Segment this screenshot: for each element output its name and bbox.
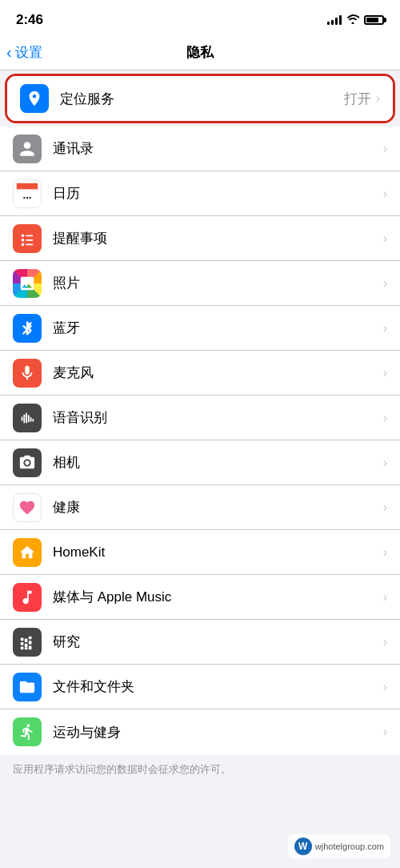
contacts-label: 通讯录 xyxy=(53,139,383,158)
settings-item-reminders[interactable]: 提醒事项 › xyxy=(0,216,400,261)
calendar-label: 日历 xyxy=(53,184,383,203)
photos-chevron-icon: › xyxy=(383,276,387,291)
location-label: 定位服务 xyxy=(60,90,344,108)
reminders-icon xyxy=(13,224,42,253)
svg-text:···: ··· xyxy=(22,191,31,203)
speech-icon xyxy=(13,404,42,432)
settings-item-research[interactable]: 研究 › xyxy=(0,620,400,665)
health-chevron-icon: › xyxy=(383,500,387,515)
bluetooth-label: 蓝牙 xyxy=(53,319,383,337)
svg-rect-1 xyxy=(17,183,38,189)
reminders-label: 提醒事项 xyxy=(53,229,383,247)
reminders-chevron-icon: › xyxy=(383,231,387,246)
svg-rect-15 xyxy=(30,417,32,422)
fitness-label: 运动与健身 xyxy=(53,723,383,741)
bluetooth-icon xyxy=(13,314,42,343)
camera-chevron-icon: › xyxy=(383,456,387,470)
nav-bar: ‹ 设置 隐私 xyxy=(0,35,400,70)
media-chevron-icon: › xyxy=(383,590,387,605)
speech-chevron-icon: › xyxy=(383,411,387,425)
files-icon xyxy=(13,673,42,701)
bluetooth-chevron-icon: › xyxy=(383,321,387,336)
fitness-chevron-icon: › xyxy=(383,725,387,739)
svg-rect-11 xyxy=(22,416,23,421)
wifi-icon xyxy=(346,14,359,26)
location-highlight-wrapper: 定位服务 打开 › xyxy=(5,74,395,123)
settings-item-speech[interactable]: 语音识别 › xyxy=(0,396,400,440)
svg-rect-23 xyxy=(29,645,32,649)
settings-item-files[interactable]: 文件和文件夹 › xyxy=(0,665,400,709)
svg-rect-12 xyxy=(23,414,25,423)
settings-item-calendar[interactable]: ··· 日历 › xyxy=(0,171,400,216)
settings-item-microphone[interactable]: 麦克风 › xyxy=(0,351,400,396)
svg-rect-22 xyxy=(25,638,28,642)
svg-rect-4 xyxy=(26,235,33,236)
back-label: 设置 xyxy=(15,43,42,62)
status-bar: 2:46 xyxy=(0,0,400,35)
svg-rect-21 xyxy=(25,643,28,647)
svg-point-5 xyxy=(22,239,25,242)
homekit-icon xyxy=(13,538,42,567)
svg-rect-6 xyxy=(26,239,33,240)
bottom-description: 应用程序请求访问您的数据时会征求您的许可。 xyxy=(0,754,400,785)
homekit-chevron-icon: › xyxy=(383,545,387,560)
watermark-text: wjhotelgroup.com xyxy=(315,842,384,851)
status-time: 2:46 xyxy=(16,12,43,28)
photos-icon xyxy=(13,269,42,298)
location-icon xyxy=(20,84,49,113)
files-chevron-icon: › xyxy=(383,680,387,694)
health-label: 健康 xyxy=(53,498,383,516)
svg-rect-16 xyxy=(32,418,34,421)
watermark-logo: W xyxy=(294,838,312,855)
status-icons xyxy=(327,14,384,26)
camera-icon xyxy=(13,448,42,477)
speech-label: 语音识别 xyxy=(53,408,383,427)
research-label: 研究 xyxy=(53,633,383,651)
settings-item-health[interactable]: 健康 › xyxy=(0,485,400,530)
files-label: 文件和文件夹 xyxy=(53,677,383,696)
signal-icon xyxy=(327,15,342,25)
photos-label: 照片 xyxy=(53,274,383,292)
back-chevron-icon: ‹ xyxy=(6,43,12,62)
microphone-chevron-icon: › xyxy=(383,366,387,380)
microphone-label: 麦克风 xyxy=(53,364,383,382)
media-label: 媒体与 Apple Music xyxy=(53,588,383,606)
watermark: W wjhotelgroup.com xyxy=(288,834,390,858)
settings-item-media[interactable]: 媒体与 Apple Music › xyxy=(0,575,400,620)
svg-rect-20 xyxy=(25,647,28,649)
health-icon xyxy=(13,493,42,522)
settings-item-contacts[interactable]: 通讯录 › xyxy=(0,127,400,171)
homekit-label: HomeKit xyxy=(53,545,383,561)
main-container: 2:46 ‹ 设置 隐私 xyxy=(0,0,400,868)
back-button[interactable]: ‹ 设置 xyxy=(6,43,42,62)
calendar-icon: ··· xyxy=(13,179,42,208)
camera-label: 相机 xyxy=(53,453,383,472)
svg-point-3 xyxy=(22,234,25,237)
svg-rect-17 xyxy=(21,646,24,649)
settings-item-location[interactable]: 定位服务 打开 › xyxy=(7,76,393,121)
research-icon xyxy=(13,628,42,657)
fitness-icon xyxy=(13,717,42,746)
settings-item-fitness[interactable]: 运动与健身 › xyxy=(0,709,400,754)
contacts-icon xyxy=(13,135,42,163)
settings-item-photos[interactable]: 照片 › xyxy=(0,261,400,306)
svg-rect-13 xyxy=(26,412,27,423)
settings-item-camera[interactable]: 相机 › xyxy=(0,440,400,485)
location-value: 打开 xyxy=(344,90,371,108)
svg-rect-14 xyxy=(28,415,30,422)
microphone-icon xyxy=(13,359,42,388)
svg-rect-19 xyxy=(21,637,24,641)
settings-item-homekit[interactable]: HomeKit › xyxy=(0,530,400,575)
battery-icon xyxy=(364,15,384,25)
svg-rect-18 xyxy=(21,642,24,645)
settings-list: 定位服务 打开 › 通讯录 › ··· xyxy=(0,74,400,785)
media-icon xyxy=(13,583,42,612)
svg-point-7 xyxy=(22,243,25,246)
svg-rect-25 xyxy=(29,636,32,639)
page-title: 隐私 xyxy=(186,43,214,62)
calendar-chevron-icon: › xyxy=(383,187,387,201)
research-chevron-icon: › xyxy=(383,635,387,649)
settings-item-bluetooth[interactable]: 蓝牙 › xyxy=(0,306,400,351)
svg-rect-24 xyxy=(29,641,32,645)
location-chevron-icon: › xyxy=(376,91,380,106)
